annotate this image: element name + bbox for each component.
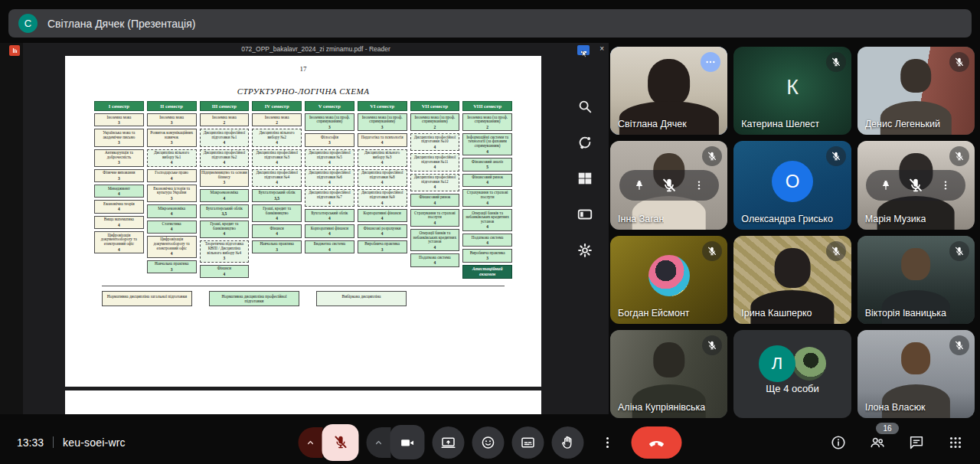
course-credits: 4 xyxy=(464,180,511,185)
participant-name: Денис Легенький xyxy=(865,119,940,129)
participant-tile[interactable]: Вікторія Іваницька xyxy=(858,236,975,324)
mic-options-chevron[interactable] xyxy=(299,427,323,458)
camera-button[interactable] xyxy=(390,425,425,459)
activities-button[interactable] xyxy=(946,433,965,452)
course-credits: 4 xyxy=(359,201,406,205)
participant-tile[interactable]: Ілона Власюк xyxy=(858,330,975,418)
tablet-mode-icon[interactable] xyxy=(577,206,593,223)
windows-start-icon[interactable] xyxy=(577,170,593,187)
course-box: Бюджетна система4 xyxy=(305,240,354,253)
info-icon xyxy=(830,434,847,451)
course-credits: 3 xyxy=(201,180,248,185)
participant-tile[interactable]: Аліна Купріянівська xyxy=(610,330,727,418)
course-credits: 4 xyxy=(464,240,511,245)
course-label: Цифровізація документообороту та електро… xyxy=(96,234,142,247)
course-credits: 4 xyxy=(149,211,195,216)
course-box: Дисципліна професійної підготовки №34 xyxy=(252,149,302,167)
course-box: Дисципліна професійної підготовки №124 xyxy=(410,174,460,191)
participant-tile[interactable]: ООлександра Грисько xyxy=(733,141,851,229)
course-credits: 4 xyxy=(464,149,511,154)
semester-column: IV семестрІноземна мова2Дисципліна вільн… xyxy=(252,101,302,279)
options-button[interactable] xyxy=(939,179,952,191)
meet-window: С Світлана Дячек (Презентація) 072_OPP_b… xyxy=(0,0,980,464)
course-box: Корпоративні фінанси4 xyxy=(358,209,407,222)
captions-button[interactable] xyxy=(512,426,544,459)
course-box: Страхування та страхові послуги4 xyxy=(410,209,460,227)
semester-header: II семестр xyxy=(147,101,197,111)
course-label: Операції банків та небанківських кредитн… xyxy=(464,211,511,224)
mute-button[interactable] xyxy=(907,177,924,194)
reactions-button[interactable] xyxy=(472,426,505,459)
course-label: Фінансовий ринок xyxy=(464,175,511,180)
course-credits: 4 xyxy=(359,140,406,145)
mic-muted-icon xyxy=(826,52,846,72)
legend-box: Вибіркова дисципліна xyxy=(316,291,407,306)
course-label: Іноземна мова xyxy=(253,116,300,120)
participant-tile[interactable]: ЛЩе 4 особи xyxy=(733,330,851,418)
course-box: Дисципліна професійної підготовки №114 xyxy=(410,153,460,171)
bottom-bar: 13:33 keu-soei-wrc xyxy=(0,420,980,464)
participant-avatar xyxy=(648,255,690,296)
mic-mute-button[interactable] xyxy=(322,424,359,461)
participant-tile[interactable]: Світлана Дячек xyxy=(610,47,727,135)
divider xyxy=(53,436,54,448)
mic-muted-icon xyxy=(949,335,969,355)
camera-options-chevron[interactable] xyxy=(367,427,391,458)
course-label: Дисципліна професійної підготовки №7 xyxy=(306,191,353,200)
legend-box: Нормативна дисципліна професійної підгот… xyxy=(209,291,299,306)
course-label: Іноземна мова (за проф. спрямуванням) xyxy=(359,116,406,125)
minimize-button[interactable] xyxy=(577,45,590,55)
present-screen-button[interactable] xyxy=(433,426,465,459)
participants-count-badge: 16 xyxy=(876,423,899,434)
raise-hand-button[interactable] xyxy=(552,426,584,459)
participant-tile[interactable]: ККатерина Шелест xyxy=(733,47,851,135)
course-label: Виробнича практика xyxy=(359,242,406,247)
course-box: Економічна історія та культура України3 xyxy=(147,185,197,202)
more-options-button[interactable] xyxy=(592,426,624,459)
course-box: Фінансовий ринок4 xyxy=(462,174,512,187)
task-view-icon[interactable] xyxy=(577,134,593,151)
course-label: Іноземна мова (за проф. спрямуванням) xyxy=(306,116,353,125)
people-panel-button[interactable]: 16 xyxy=(868,433,887,452)
course-label: Дисципліна професійної підготовки №11 xyxy=(412,155,459,165)
end-call-button[interactable] xyxy=(632,426,682,459)
course-credits: 3,5 xyxy=(253,196,300,201)
course-label: Дисципліна професійної підготовки №4 xyxy=(253,171,300,180)
options-button[interactable] xyxy=(693,179,705,191)
course-label: Менеджмент xyxy=(96,187,142,191)
smiley-icon xyxy=(481,435,496,450)
course-credits: 3 xyxy=(464,256,511,260)
course-label: Економічна історія та культура України xyxy=(149,187,195,196)
course-credits: 4 xyxy=(201,231,248,236)
course-label: Гроші, кредит та банківництво xyxy=(253,207,300,216)
participant-tile[interactable]: Інна Заган xyxy=(610,141,727,229)
course-credits: 4 xyxy=(149,251,195,256)
course-credits: 4 xyxy=(306,201,353,205)
search-icon[interactable] xyxy=(577,98,593,115)
course-credits: 3,5 xyxy=(201,211,248,216)
course-box: Іноземна мова3 xyxy=(147,113,197,126)
participant-tile[interactable]: Богдан Ейсмонт xyxy=(610,236,727,324)
course-box: Теоретична підготовка КВПІ / Дисципліна … xyxy=(200,240,250,263)
course-credits: 4 xyxy=(306,231,353,236)
participant-tile[interactable]: Денис Легенький xyxy=(858,47,975,135)
close-button[interactable]: × xyxy=(599,44,604,54)
course-box: Фінанси4 xyxy=(200,265,250,278)
course-box: Навчальна практика3 xyxy=(252,240,302,253)
course-credits: 4 xyxy=(253,216,300,221)
course-box: Економічна теорія4 xyxy=(94,200,144,213)
course-label: Українська мова та академічне письмо xyxy=(96,131,142,140)
course-credits: 4 xyxy=(201,140,248,145)
participant-tile[interactable]: Марія Музика xyxy=(858,141,975,229)
meeting-details-button[interactable] xyxy=(829,433,848,452)
course-credits: 3 xyxy=(96,140,142,145)
course-box: Дисципліна вільного вибору №34 xyxy=(358,149,407,167)
semester-header: VI семестр xyxy=(358,101,407,111)
mute-button[interactable] xyxy=(661,177,678,194)
course-credits: 3 xyxy=(96,176,142,181)
pin-button[interactable] xyxy=(880,179,892,191)
chat-panel-button[interactable] xyxy=(907,433,926,452)
pin-button[interactable] xyxy=(633,179,645,191)
participant-tile[interactable]: Ірина Кашперко xyxy=(733,236,851,324)
settings-gear-icon[interactable] xyxy=(577,242,593,259)
